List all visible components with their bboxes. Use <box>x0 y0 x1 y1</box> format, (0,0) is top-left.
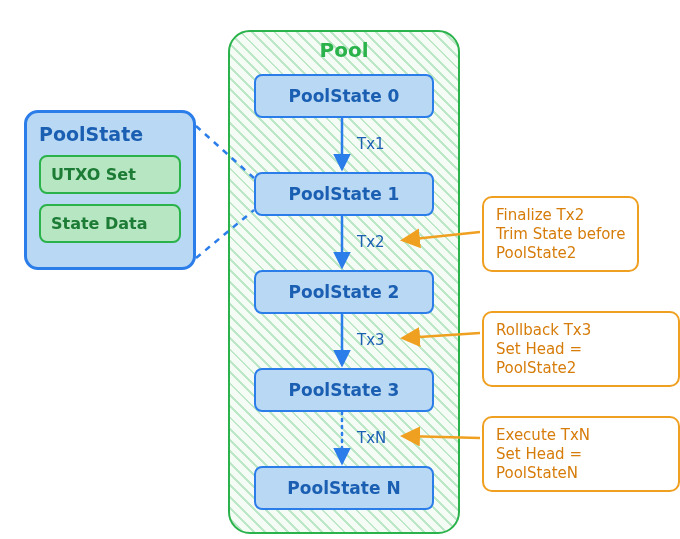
poolstate-n: PoolState N <box>254 466 434 510</box>
note-finalize: Finalize Tx2 Trim State before PoolState… <box>482 196 639 272</box>
tx-label-1: Tx1 <box>357 135 385 153</box>
poolstate-2: PoolState 2 <box>254 270 434 314</box>
poolstate-3: PoolState 3 <box>254 368 434 412</box>
poolstate-card-title: PoolState <box>39 123 181 145</box>
tx-label-3: Tx3 <box>357 331 385 349</box>
note-line: Set Head = PoolStateN <box>496 445 666 483</box>
note-line: Rollback Tx3 <box>496 321 666 340</box>
note-rollback: Rollback Tx3 Set Head = PoolState2 <box>482 311 680 387</box>
poolstate-card: PoolState UTXO Set State Data <box>24 110 196 270</box>
poolstate-1: PoolState 1 <box>254 172 434 216</box>
poolstate-0: PoolState 0 <box>254 74 434 118</box>
note-line: Execute TxN <box>496 426 666 445</box>
note-line: Trim State before <box>496 225 625 244</box>
note-line: Finalize Tx2 <box>496 206 625 225</box>
pool-title: Pool <box>230 38 458 62</box>
tx-label-n: TxN <box>357 429 386 447</box>
state-data-pill: State Data <box>39 204 181 243</box>
tx-label-2: Tx2 <box>357 233 385 251</box>
note-execute: Execute TxN Set Head = PoolStateN <box>482 416 680 492</box>
note-line: PoolState2 <box>496 244 625 263</box>
utxo-set-pill: UTXO Set <box>39 155 181 194</box>
note-line: Set Head = PoolState2 <box>496 340 666 378</box>
